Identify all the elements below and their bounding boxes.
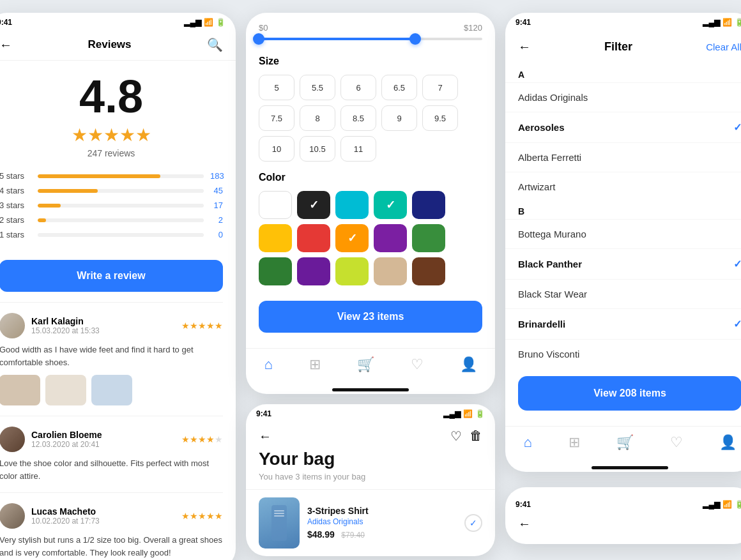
brand-item-bruno[interactable]: Bruno Visconti xyxy=(505,339,741,368)
brand-item-adidas[interactable]: Adidas Originals xyxy=(505,82,741,112)
color-teal[interactable]: ✓ xyxy=(374,191,407,219)
status-bar: 9:41 ▂▄▆ 📶 🔋 xyxy=(0,13,236,29)
nav-grid-icon[interactable]: ⊞ xyxy=(569,434,580,451)
size-btn-6-5[interactable]: 6.5 xyxy=(381,75,417,100)
brand-item-bottega[interactable]: Bottega Murano xyxy=(505,219,741,248)
signal-icon: ▂▄▆ xyxy=(703,18,720,27)
battery-icon: 🔋 xyxy=(735,18,741,27)
bar-row-4: 4 stars 45 xyxy=(0,186,223,195)
brand-item-black-panther[interactable]: Black Panther ✓ xyxy=(505,248,741,279)
nav-grid-icon[interactable]: ⊞ xyxy=(309,356,321,373)
size-btn-7-5[interactable]: 7.5 xyxy=(259,105,294,131)
nav-home-icon[interactable]: ⌂ xyxy=(264,356,272,373)
size-btn-8-5[interactable]: 8.5 xyxy=(340,105,376,131)
size-btn-5-5[interactable]: 5.5 xyxy=(300,75,335,100)
selected-checkmark: ✓ xyxy=(733,318,741,330)
bar-row-1: 1 stars 0 xyxy=(0,230,223,239)
rating-bars: 5 stars 183 4 stars 45 3 stars 17 xyxy=(0,171,236,255)
brand-item-artwizart[interactable]: Artwizart xyxy=(505,172,741,201)
brand-item-aerosoles[interactable]: Aerosoles ✓ xyxy=(505,112,741,142)
bar-fill-3 xyxy=(38,204,61,208)
review-photo xyxy=(0,375,40,405)
brand-item-black-star[interactable]: Black Star Wear xyxy=(505,279,741,308)
bottom-nav: ⌂ ⊞ 🛒 ♡ 👤 xyxy=(505,426,741,461)
trash-icon[interactable]: 🗑 xyxy=(470,428,482,444)
search-icon[interactable]: 🔍 xyxy=(207,37,223,52)
bag-screen: 9:41 ▂▄▆ 📶 🔋 ← ♡ 🗑 Your bag You have 3 i… xyxy=(246,404,495,556)
size-btn-9-5[interactable]: 9.5 xyxy=(422,105,458,131)
section-label-b: B xyxy=(505,201,741,219)
color-green[interactable] xyxy=(412,224,445,252)
bar-track-5 xyxy=(38,174,204,178)
brand-filter-screen: 9:41 ▂▄▆ 📶 🔋 ← Filter Clear All A Adidas… xyxy=(505,13,741,472)
product-old-price: $79.40 xyxy=(341,531,365,540)
slider-fill xyxy=(259,38,415,40)
size-btn-10[interactable]: 10 xyxy=(259,136,294,162)
color-dark-green[interactable] xyxy=(259,257,292,285)
size-btn-10-5[interactable]: 10.5 xyxy=(300,136,335,162)
color-yellow[interactable] xyxy=(259,224,292,252)
product-figure xyxy=(259,497,300,549)
size-btn-5[interactable]: 5 xyxy=(259,75,294,100)
bar-fill-2 xyxy=(38,218,46,222)
color-brown[interactable] xyxy=(412,257,445,285)
status-bar: 9:41 ▂▄▆ 📶 🔋 xyxy=(246,404,495,421)
color-red[interactable] xyxy=(297,224,330,252)
brand-item-brinardelli[interactable]: Brinardelli ✓ xyxy=(505,308,741,339)
write-review-button[interactable]: Write a review xyxy=(0,260,223,292)
slider-thumb-right[interactable] xyxy=(409,33,421,45)
clear-all-button[interactable]: Clear All xyxy=(706,42,741,52)
size-btn-11[interactable]: 11 xyxy=(340,136,376,162)
nav-cart-icon[interactable]: 🛒 xyxy=(357,356,374,373)
bar-track-1 xyxy=(38,233,204,237)
item-check[interactable]: ✓ xyxy=(464,514,482,532)
stars-display: ★★★★★ xyxy=(0,125,223,146)
bar-fill-5 xyxy=(38,174,160,178)
time: 9:41 xyxy=(516,500,531,509)
color-tan[interactable] xyxy=(374,257,407,285)
color-black[interactable]: ✓ xyxy=(297,191,330,219)
bottom-nav: ⌂ ⊞ 🛒 ♡ 👤 xyxy=(246,348,495,383)
battery-icon: 🔋 xyxy=(735,500,741,509)
color-cyan[interactable] xyxy=(335,191,369,219)
nav-cart-icon[interactable]: 🛒 xyxy=(616,434,634,451)
size-btn-8[interactable]: 8 xyxy=(300,105,335,131)
back-icon[interactable]: ← xyxy=(518,517,531,531)
rating-section: 4.8 ★★★★★ 247 reviews xyxy=(0,61,236,171)
view-208-button[interactable]: View 208 items xyxy=(518,376,741,411)
nav-home-icon[interactable]: ⌂ xyxy=(523,434,531,451)
wifi-icon: 📶 xyxy=(722,500,732,509)
back-icon[interactable]: ← xyxy=(259,429,271,444)
nav-profile-icon[interactable]: 👤 xyxy=(719,434,737,451)
status-bar: 9:41 ▂▄▆ 📶 🔋 xyxy=(505,13,741,29)
svg-rect-2 xyxy=(274,513,284,514)
nav-profile-icon[interactable]: 👤 xyxy=(460,356,477,373)
svg-rect-1 xyxy=(274,510,284,511)
color-orange[interactable]: ✓ xyxy=(335,224,369,252)
color-lime[interactable] xyxy=(335,257,369,285)
nav-heart-icon[interactable]: ♡ xyxy=(411,356,424,373)
size-btn-6[interactable]: 6 xyxy=(340,75,376,100)
back-icon[interactable]: ← xyxy=(0,38,12,52)
bar-row-5: 5 stars 183 xyxy=(0,171,223,181)
color-dark-purple[interactable] xyxy=(297,257,330,285)
avatar xyxy=(0,313,25,338)
selected-checkmark: ✓ xyxy=(733,258,741,270)
heart-icon[interactable]: ♡ xyxy=(450,428,462,444)
color-navy[interactable] xyxy=(412,191,445,219)
status-icons: ▂▄▆ 📶 🔋 xyxy=(443,409,485,418)
wifi-icon: 📶 xyxy=(722,18,732,27)
color-purple[interactable] xyxy=(374,224,407,252)
back-icon[interactable]: ← xyxy=(518,40,531,54)
signal-icon: ▂▄▆ xyxy=(703,500,720,509)
view-items-button[interactable]: View 23 items xyxy=(259,301,482,333)
big-rating: 4.8 xyxy=(0,73,223,119)
size-btn-9[interactable]: 9 xyxy=(381,105,417,131)
brand-item-alberta[interactable]: Alberta Ferretti xyxy=(505,142,741,172)
nav-heart-icon[interactable]: ♡ xyxy=(670,434,683,451)
price-slider[interactable] xyxy=(259,38,482,40)
size-btn-7[interactable]: 7 xyxy=(422,75,458,100)
color-white[interactable] xyxy=(259,191,292,219)
status-icons: ▂▄▆ 📶 🔋 xyxy=(184,18,225,27)
slider-thumb-left[interactable] xyxy=(253,33,264,45)
